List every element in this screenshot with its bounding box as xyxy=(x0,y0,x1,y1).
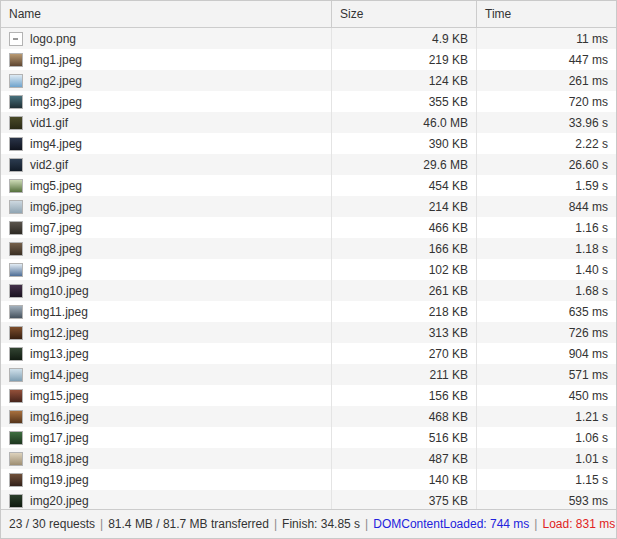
request-name-cell[interactable]: vid1.gif xyxy=(1,112,331,133)
table-row[interactable]: img10.jpeg261 KB1.68 s xyxy=(1,280,616,301)
request-time-cell: 1.59 s xyxy=(476,175,616,196)
request-name-cell[interactable]: img18.jpeg xyxy=(1,448,331,469)
table-row[interactable]: img15.jpeg156 KB450 ms xyxy=(1,385,616,406)
image-thumbnail-icon xyxy=(9,242,23,256)
request-name-cell[interactable]: img17.jpeg xyxy=(1,427,331,448)
request-name-cell[interactable]: vid2.gif xyxy=(1,154,331,175)
request-time-cell: 1.06 s xyxy=(476,427,616,448)
request-name-cell[interactable]: img16.jpeg xyxy=(1,406,331,427)
placeholder-dash-icon xyxy=(13,38,18,40)
table-row[interactable]: img13.jpeg270 KB904 ms xyxy=(1,343,616,364)
summary-separator: | xyxy=(365,517,368,531)
request-size-cell: 390 KB xyxy=(331,133,476,154)
table-row[interactable]: img12.jpeg313 KB726 ms xyxy=(1,322,616,343)
image-thumbnail-icon xyxy=(9,53,23,67)
request-time-cell: 33.96 s xyxy=(476,112,616,133)
request-size-cell: 29.6 MB xyxy=(331,154,476,175)
request-name-cell[interactable]: img5.jpeg xyxy=(1,175,331,196)
request-name: img14.jpeg xyxy=(30,368,89,382)
table-row[interactable]: img1.jpeg219 KB447 ms xyxy=(1,49,616,70)
table-row[interactable]: img11.jpeg218 KB635 ms xyxy=(1,301,616,322)
table-row[interactable]: img20.jpeg375 KB593 ms xyxy=(1,490,616,509)
table-row[interactable]: img4.jpeg390 KB2.22 s xyxy=(1,133,616,154)
request-time-cell: 261 ms xyxy=(476,70,616,91)
request-name-cell[interactable]: logo.png xyxy=(1,28,331,49)
request-size-cell: 516 KB xyxy=(331,427,476,448)
column-header-time[interactable]: Time xyxy=(476,1,616,27)
request-name-cell[interactable]: img13.jpeg xyxy=(1,343,331,364)
request-time-cell: 593 ms xyxy=(476,490,616,509)
request-size-cell: 270 KB xyxy=(331,343,476,364)
request-name-cell[interactable]: img10.jpeg xyxy=(1,280,331,301)
request-name-cell[interactable]: img2.jpeg xyxy=(1,70,331,91)
request-name: img4.jpeg xyxy=(30,137,82,151)
table-row[interactable]: img2.jpeg124 KB261 ms xyxy=(1,70,616,91)
request-name-cell[interactable]: img15.jpeg xyxy=(1,385,331,406)
table-row[interactable]: img3.jpeg355 KB720 ms xyxy=(1,91,616,112)
table-row[interactable]: img19.jpeg140 KB1.15 s xyxy=(1,469,616,490)
request-name: img11.jpeg xyxy=(30,305,88,319)
table-row[interactable]: img17.jpeg516 KB1.06 s xyxy=(1,427,616,448)
summary-bar: 23 / 30 requests|81.4 MB / 81.7 MB trans… xyxy=(1,509,616,538)
request-name-cell[interactable]: img20.jpeg xyxy=(1,490,331,509)
image-thumbnail-icon xyxy=(9,473,23,487)
request-name: img2.jpeg xyxy=(30,74,82,88)
summary-request-count: 23 / 30 requests xyxy=(9,517,95,531)
request-time-cell: 1.15 s xyxy=(476,469,616,490)
table-row[interactable]: img18.jpeg487 KB1.01 s xyxy=(1,448,616,469)
request-time-cell: 720 ms xyxy=(476,91,616,112)
request-name: img6.jpeg xyxy=(30,200,82,214)
request-name-cell[interactable]: img12.jpeg xyxy=(1,322,331,343)
request-size-cell: 454 KB xyxy=(331,175,476,196)
request-name: vid1.gif xyxy=(30,116,68,130)
request-size-cell: 355 KB xyxy=(331,91,476,112)
table-row[interactable]: img9.jpeg102 KB1.40 s xyxy=(1,259,616,280)
request-time-cell: 726 ms xyxy=(476,322,616,343)
request-size-cell: 166 KB xyxy=(331,238,476,259)
request-name-cell[interactable]: img11.jpeg xyxy=(1,301,331,322)
summary-transferred: 81.4 MB / 81.7 MB transferred xyxy=(108,517,269,531)
request-time-cell: 635 ms xyxy=(476,301,616,322)
image-thumbnail-icon xyxy=(9,263,23,277)
table-row[interactable]: img8.jpeg166 KB1.18 s xyxy=(1,238,616,259)
request-size-cell: 466 KB xyxy=(331,217,476,238)
request-name-cell[interactable]: img6.jpeg xyxy=(1,196,331,217)
request-size-cell: 214 KB xyxy=(331,196,476,217)
column-header-name[interactable]: Name xyxy=(1,1,331,27)
image-thumbnail-icon xyxy=(9,284,23,298)
table-row[interactable]: logo.png4.9 KB11 ms xyxy=(1,28,616,49)
table-row[interactable]: vid2.gif29.6 MB26.60 s xyxy=(1,154,616,175)
summary-finish-time: Finish: 34.85 s xyxy=(282,517,360,531)
request-name-cell[interactable]: img9.jpeg xyxy=(1,259,331,280)
column-header-size[interactable]: Size xyxy=(331,1,476,27)
request-name-cell[interactable]: img3.jpeg xyxy=(1,91,331,112)
request-size-cell: 487 KB xyxy=(331,448,476,469)
request-size-cell: 211 KB xyxy=(331,364,476,385)
table-row[interactable]: vid1.gif46.0 MB33.96 s xyxy=(1,112,616,133)
table-row[interactable]: img14.jpeg211 KB571 ms xyxy=(1,364,616,385)
request-size-cell: 218 KB xyxy=(331,301,476,322)
request-name-cell[interactable]: img14.jpeg xyxy=(1,364,331,385)
request-name-cell[interactable]: img8.jpeg xyxy=(1,238,331,259)
request-time-cell: 450 ms xyxy=(476,385,616,406)
request-name-cell[interactable]: img19.jpeg xyxy=(1,469,331,490)
request-name: logo.png xyxy=(30,32,76,46)
request-size-cell: 4.9 KB xyxy=(331,28,476,49)
table-row[interactable]: img6.jpeg214 KB844 ms xyxy=(1,196,616,217)
request-size-cell: 46.0 MB xyxy=(331,112,476,133)
request-size-cell: 468 KB xyxy=(331,406,476,427)
request-name-cell[interactable]: img7.jpeg xyxy=(1,217,331,238)
request-time-cell: 571 ms xyxy=(476,364,616,385)
image-thumbnail-icon xyxy=(9,95,23,109)
request-name-cell[interactable]: img1.jpeg xyxy=(1,49,331,70)
request-size-cell: 156 KB xyxy=(331,385,476,406)
request-name-cell[interactable]: img4.jpeg xyxy=(1,133,331,154)
image-thumbnail-icon xyxy=(9,158,23,172)
table-row[interactable]: img16.jpeg468 KB1.21 s xyxy=(1,406,616,427)
request-name: img1.jpeg xyxy=(30,53,82,67)
image-thumbnail-icon xyxy=(9,410,23,424)
request-time-cell: 11 ms xyxy=(476,28,616,49)
table-row[interactable]: img5.jpeg454 KB1.59 s xyxy=(1,175,616,196)
table-row[interactable]: img7.jpeg466 KB1.16 s xyxy=(1,217,616,238)
request-time-cell: 1.01 s xyxy=(476,448,616,469)
